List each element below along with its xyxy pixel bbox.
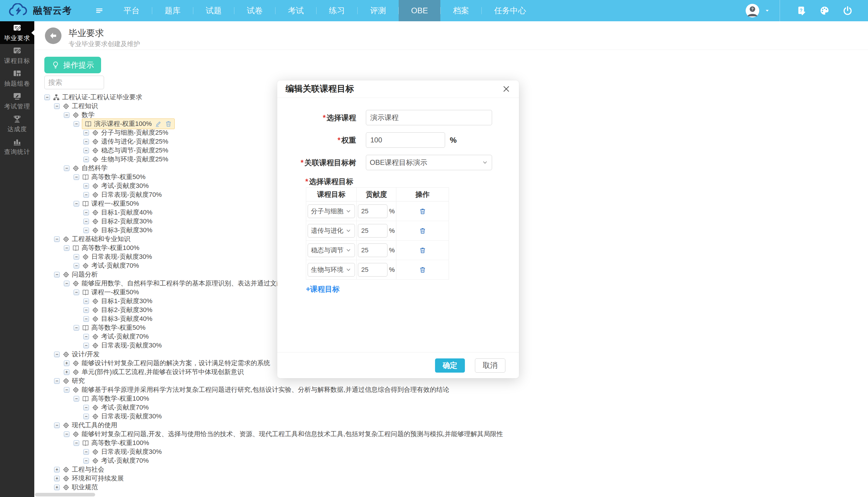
nav-item-试题[interactable]: 试题 xyxy=(193,0,234,21)
tree-row[interactable]: −高等数学-权重100% xyxy=(44,394,503,403)
nav-item-任务中心[interactable]: 任务中心 xyxy=(482,0,539,21)
cancel-button[interactable]: 取消 xyxy=(475,358,506,373)
nav-item-OBE[interactable]: OBE xyxy=(399,0,440,21)
tree-row[interactable]: −高等数学-权重100% xyxy=(44,439,503,448)
collapse-minus-icon[interactable]: − xyxy=(74,396,79,401)
nav-item-题库[interactable]: 题库 xyxy=(152,0,193,21)
tree-row[interactable]: −能够基于科学原理并采用科学方法对复杂工程问题进行研究,包括设计实验、分析与解释… xyxy=(44,385,503,394)
help-icon[interactable]: ? xyxy=(796,5,807,16)
close-icon[interactable] xyxy=(502,85,511,94)
expand-plus-icon[interactable]: + xyxy=(54,467,60,472)
add-objective-link[interactable]: +课程目标 xyxy=(306,284,340,294)
tree-row[interactable]: +工程与社会 xyxy=(44,465,503,474)
contribution-input[interactable] xyxy=(358,243,387,257)
sidebar-item-查询统计[interactable]: 查询统计 xyxy=(0,135,34,158)
collapse-minus-icon[interactable]: − xyxy=(83,449,89,455)
tips-button[interactable]: 操作提示 xyxy=(44,57,101,73)
collapse-minus-icon[interactable]: − xyxy=(64,112,69,118)
delete-icon[interactable] xyxy=(419,227,426,234)
collapse-minus-icon[interactable]: − xyxy=(83,148,89,153)
tree-row[interactable]: −日常表现-贡献度30% xyxy=(44,412,503,421)
collapse-minus-icon[interactable]: − xyxy=(74,440,79,446)
horizontal-scrollbar[interactable] xyxy=(35,493,95,496)
theme-palette-icon[interactable] xyxy=(820,5,829,16)
contribution-input[interactable] xyxy=(358,204,387,218)
collapse-minus-icon[interactable]: − xyxy=(83,130,89,136)
delete-icon[interactable] xyxy=(419,247,426,254)
expand-plus-icon[interactable]: + xyxy=(64,369,69,375)
delete-icon[interactable] xyxy=(419,208,426,215)
collapse-minus-icon[interactable]: − xyxy=(83,139,89,144)
expand-plus-icon[interactable]: + xyxy=(54,476,60,481)
collapse-minus-icon[interactable]: − xyxy=(64,166,69,171)
weight-input[interactable] xyxy=(366,132,445,148)
objective-tree-select[interactable]: OBE课程目标演示 xyxy=(366,155,492,170)
collapse-minus-icon[interactable]: − xyxy=(54,378,60,384)
collapse-minus-icon[interactable]: − xyxy=(64,281,69,286)
tree-row[interactable]: +环境和可持续发展 xyxy=(44,474,503,483)
collapse-minus-icon[interactable]: − xyxy=(74,201,79,207)
objective-select[interactable]: 分子与细胞 xyxy=(308,204,355,218)
collapse-minus-icon[interactable]: − xyxy=(64,387,69,393)
collapse-minus-icon[interactable]: − xyxy=(54,103,60,109)
delete-icon[interactable] xyxy=(419,266,426,273)
nav-item-平台[interactable]: 平台 xyxy=(111,0,152,21)
objective-select[interactable]: 遗传与进化 xyxy=(308,224,355,238)
sidebar-item-考试管理[interactable]: 考试管理 xyxy=(0,89,34,112)
nav-item-试卷[interactable]: 试卷 xyxy=(234,0,275,21)
collapse-minus-icon[interactable]: − xyxy=(54,352,60,357)
tree-row[interactable]: +职业规范 xyxy=(44,483,503,492)
objective-select[interactable]: 生物与环境 xyxy=(308,263,355,276)
contribution-input[interactable] xyxy=(358,263,387,276)
tree-row[interactable]: −能够针对复杂工程问题,开发、选择与使用恰当的技术、资源、现代工程工具和信息技术… xyxy=(44,430,503,439)
collapse-minus-icon[interactable]: − xyxy=(83,192,89,198)
collapse-minus-icon[interactable]: − xyxy=(64,431,69,437)
avatar[interactable]: ? xyxy=(745,3,759,18)
delete-icon[interactable] xyxy=(165,120,172,127)
course-input[interactable] xyxy=(366,110,492,125)
collapse-minus-icon[interactable]: − xyxy=(83,183,89,189)
collapse-minus-icon[interactable]: − xyxy=(54,423,60,428)
collapse-minus-icon[interactable]: − xyxy=(54,237,60,242)
nav-item-档案[interactable]: 档案 xyxy=(441,0,481,21)
collapse-minus-icon[interactable]: − xyxy=(74,254,79,260)
collapse-minus-icon[interactable]: − xyxy=(83,414,89,419)
collapse-minus-icon[interactable]: − xyxy=(83,316,89,322)
sidebar-item-课程目标[interactable]: 课程目标 xyxy=(0,44,34,67)
expand-plus-icon[interactable]: + xyxy=(64,360,69,366)
nav-item-练习[interactable]: 练习 xyxy=(316,0,357,21)
collapse-minus-icon[interactable]: − xyxy=(74,325,79,331)
collapse-minus-icon[interactable]: − xyxy=(83,458,89,464)
tree-row[interactable]: −考试-贡献度70% xyxy=(44,456,503,465)
collapse-minus-icon[interactable]: − xyxy=(54,272,60,278)
collapse-minus-icon[interactable]: − xyxy=(83,405,89,410)
search-input[interactable] xyxy=(44,76,104,89)
collapse-minus-icon[interactable]: − xyxy=(83,298,89,304)
contribution-input[interactable] xyxy=(358,224,387,238)
collapse-minus-icon[interactable]: − xyxy=(74,121,79,127)
nav-item-评测[interactable]: 评测 xyxy=(358,0,398,21)
sidebar-item-达成度[interactable]: 达成度 xyxy=(0,112,34,135)
collapse-minus-icon[interactable]: − xyxy=(83,334,89,340)
collapse-minus-icon[interactable]: − xyxy=(83,228,89,233)
tree-row[interactable]: −现代工具的使用 xyxy=(44,421,503,430)
collapse-minus-icon[interactable]: − xyxy=(83,219,89,224)
back-button[interactable] xyxy=(45,28,61,44)
collapse-minus-icon[interactable]: − xyxy=(83,307,89,313)
tree-row[interactable]: −考试-贡献度70% xyxy=(44,403,503,412)
edit-icon[interactable] xyxy=(155,120,162,127)
tree-row[interactable]: −日常表现-贡献度30% xyxy=(44,448,503,456)
collapse-minus-icon[interactable]: − xyxy=(64,245,69,251)
collapse-minus-icon[interactable]: − xyxy=(44,95,50,100)
sidebar-item-毕业要求[interactable]: 毕业要求 xyxy=(0,21,34,44)
objective-select[interactable]: 稳态与调节 xyxy=(308,243,355,257)
collapse-minus-icon[interactable]: − xyxy=(83,210,89,215)
collapse-minus-icon[interactable]: − xyxy=(83,343,89,349)
nav-item-考试[interactable]: 考试 xyxy=(275,0,316,21)
chevron-down-icon[interactable] xyxy=(764,7,771,14)
collapse-minus-icon[interactable]: − xyxy=(74,263,79,269)
menu-toggle-icon[interactable] xyxy=(95,6,103,15)
logout-power-icon[interactable] xyxy=(843,5,853,16)
collapse-minus-icon[interactable]: − xyxy=(83,157,89,162)
sidebar-item-抽题组卷[interactable]: 抽题组卷 xyxy=(0,67,34,89)
